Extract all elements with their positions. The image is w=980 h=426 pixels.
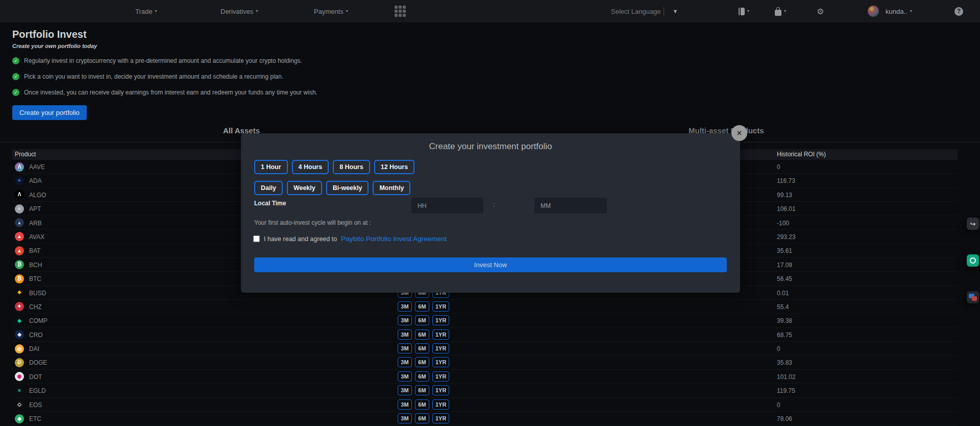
hour-input[interactable] <box>411 198 483 214</box>
period-button-group: 3M6M1YR <box>398 399 449 410</box>
language-selector[interactable]: Select Language ▼ <box>611 0 678 22</box>
coin-symbol: AAVE <box>29 163 45 171</box>
coin-symbol: DOGE <box>29 359 47 366</box>
period-button-1yr[interactable]: 1YR <box>432 343 449 353</box>
busd-coin-icon: ❖ <box>15 288 24 297</box>
book-icon <box>739 8 745 15</box>
coin-symbol: APT <box>29 205 41 212</box>
minute-input[interactable] <box>534 198 607 214</box>
period-button-3m[interactable]: 3M <box>398 343 412 353</box>
period-button-1yr[interactable]: 1YR <box>432 357 449 367</box>
hour-options-group: 1 Hour4 Hours8 Hours12 Hours <box>254 160 414 174</box>
chatgpt-extension-button[interactable] <box>967 254 979 267</box>
etc-coin-icon: ◆ <box>15 414 24 423</box>
eos-coin-icon: ◇ <box>15 400 24 409</box>
coin-symbol: BTC <box>29 275 41 282</box>
period-button-1yr[interactable]: 1YR <box>432 329 449 340</box>
period-button-6m[interactable]: 6M <box>415 301 429 312</box>
page-subtitle: Create your own portfolio today <box>12 43 97 49</box>
roi-value: 106.01 <box>777 205 796 212</box>
btc-coin-icon: ₿ <box>15 274 24 283</box>
nav-item-derivatives[interactable]: Derivatives ▾ <box>220 0 258 22</box>
close-icon[interactable]: × <box>731 125 747 141</box>
language-selector-label: Select Language <box>611 8 661 15</box>
share-arrow-icon: ↪ <box>970 220 976 228</box>
coin-symbol: DAI <box>29 345 39 352</box>
period-button-1yr[interactable]: 1YR <box>432 385 449 395</box>
period-button-3m[interactable]: 3M <box>398 315 412 325</box>
nav-item-label: Trade <box>135 8 152 15</box>
period-button-group: 3M6M1YR <box>398 413 449 423</box>
roi-value: 56.45 <box>777 275 792 282</box>
avax-coin-icon: ▲ <box>15 232 24 241</box>
roi-value: 0 <box>777 401 780 409</box>
period-button-1yr[interactable]: 1YR <box>432 371 449 382</box>
option-8-hours[interactable]: 8 Hours <box>333 160 370 174</box>
period-button-6m[interactable]: 6M <box>415 357 429 367</box>
option-12-hours[interactable]: 12 Hours <box>374 160 415 174</box>
chz-coin-icon: ✦ <box>15 302 24 311</box>
option-weekly[interactable]: Weekly <box>287 181 322 195</box>
create-portfolio-button[interactable]: Create your portfolio <box>12 105 87 120</box>
coin-symbol: AVAX <box>29 233 44 241</box>
period-button-6m[interactable]: 6M <box>415 315 429 325</box>
nav-item-trade[interactable]: Trade ▾ <box>135 0 157 22</box>
nav-item-payments[interactable]: Payments ▾ <box>314 0 348 22</box>
option-daily[interactable]: Daily <box>254 181 283 195</box>
option-monthly[interactable]: Monthly <box>373 181 410 195</box>
agreement-checkbox[interactable] <box>253 235 260 242</box>
period-button-3m[interactable]: 3M <box>398 301 412 312</box>
check-icon: ✓ <box>12 89 19 96</box>
period-button-6m[interactable]: 6M <box>415 329 429 340</box>
period-button-6m[interactable]: 6M <box>415 413 429 423</box>
option-1-hour[interactable]: 1 Hour <box>254 160 288 174</box>
feature-bullet: ✓ Regularly invest in cryptocurrency wit… <box>12 57 302 64</box>
period-button-3m[interactable]: 3M <box>398 371 412 382</box>
period-button-6m[interactable]: 6M <box>415 385 429 395</box>
period-button-3m[interactable]: 3M <box>398 385 412 395</box>
chat-widget-button[interactable] <box>967 291 979 303</box>
bullet-text: Pick a coin you want to invest in, decid… <box>24 73 283 80</box>
chevron-down-icon: ▾ <box>747 9 749 13</box>
table-row: ✦CHZ3M6M1YR55.4 <box>12 300 958 314</box>
wallet-menu[interactable]: ▾ <box>775 0 786 22</box>
roi-value: 0 <box>777 163 780 171</box>
table-row: ÐDOGE3M6M1YR35.83 <box>12 356 958 369</box>
period-button-1yr[interactable]: 1YR <box>432 399 449 410</box>
column-header-product: Product <box>15 151 36 158</box>
user-menu[interactable]: kunda.. ▾ <box>868 0 912 22</box>
option-4-hours[interactable]: 4 Hours <box>292 160 329 174</box>
roi-value: 0 <box>777 345 780 352</box>
egld-coin-icon: × <box>15 386 24 395</box>
period-button-1yr[interactable]: 1YR <box>432 413 449 423</box>
cro-coin-icon: ◆ <box>15 330 24 339</box>
orders-menu[interactable]: ▾ <box>739 0 749 22</box>
bag-icon <box>775 10 781 16</box>
settings-button[interactable]: ⚙ <box>817 0 824 22</box>
bullet-text: Once invested, you can receive daily ear… <box>24 89 317 96</box>
roi-value: 78.06 <box>777 415 792 422</box>
period-button-3m[interactable]: 3M <box>398 329 412 340</box>
period-button-1yr[interactable]: 1YR <box>432 315 449 325</box>
period-button-6m[interactable]: 6M <box>415 399 429 410</box>
option-bi-weekly[interactable]: Bi-weekly <box>326 181 369 195</box>
share-widget-button[interactable]: ↪ <box>967 218 979 230</box>
period-button-3m[interactable]: 3M <box>398 357 412 367</box>
period-button-6m[interactable]: 6M <box>415 371 429 382</box>
table-row: ×EGLD3M6M1YR119.75 <box>12 384 958 397</box>
chevron-down-icon: ▾ <box>155 9 157 13</box>
agreement-link[interactable]: Paybito Portfolio Invest Agreement <box>341 235 447 243</box>
coin-symbol: BCH <box>29 262 42 269</box>
coin-symbol: ETC <box>29 415 41 422</box>
period-button-6m[interactable]: 6M <box>415 343 429 353</box>
openai-icon <box>970 257 976 264</box>
period-button-group: 3M6M1YR <box>398 329 449 340</box>
help-button[interactable]: ? <box>954 0 963 22</box>
chevron-down-icon: ▾ <box>346 9 348 13</box>
period-button-1yr[interactable]: 1YR <box>432 301 449 312</box>
invest-now-button[interactable]: Invest Now <box>254 257 727 272</box>
period-button-3m[interactable]: 3M <box>398 413 412 423</box>
dot-coin-icon: ◉ <box>15 372 24 381</box>
period-button-3m[interactable]: 3M <box>398 399 412 410</box>
apps-grid-icon[interactable] <box>395 0 406 22</box>
